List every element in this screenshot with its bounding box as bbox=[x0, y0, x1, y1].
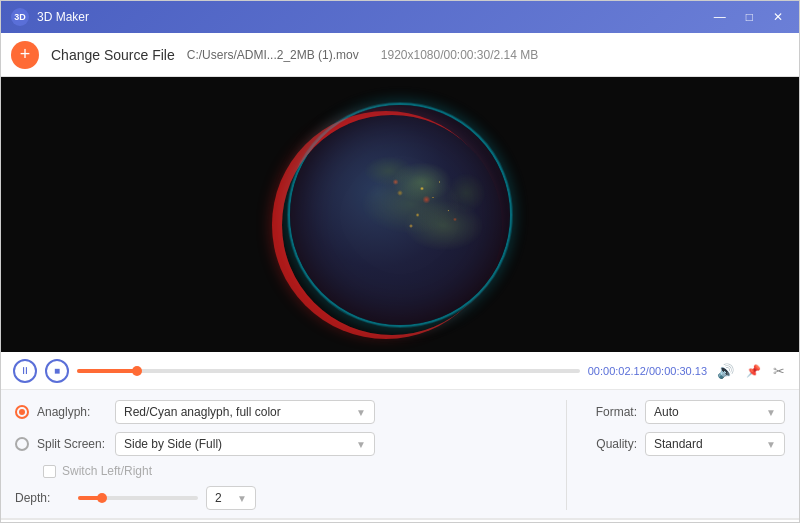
save-bar: Save to: C:\Aiseesoft Studio\Ais...erter… bbox=[1, 519, 799, 523]
anaglyph-row: Anaglyph: Red/Cyan anaglyph, full color … bbox=[15, 400, 556, 424]
pause-button[interactable]: ⏸ bbox=[13, 359, 37, 383]
format-label: Format: bbox=[587, 405, 637, 419]
close-button[interactable]: ✕ bbox=[767, 9, 789, 25]
time-display: 00:00:02.12/00:00:30.13 bbox=[588, 365, 707, 377]
split-screen-label: Split Screen: bbox=[37, 437, 107, 451]
title-bar: 3D 3D Maker — □ ✕ bbox=[1, 1, 799, 33]
settings-left-col: Anaglyph: Red/Cyan anaglyph, full color … bbox=[15, 400, 556, 510]
anaglyph-select[interactable]: Red/Cyan anaglyph, full color ▼ bbox=[115, 400, 375, 424]
split-screen-select[interactable]: Side by Side (Full) ▼ bbox=[115, 432, 375, 456]
settings-panel: Anaglyph: Red/Cyan anaglyph, full color … bbox=[1, 390, 799, 519]
add-source-button[interactable]: + bbox=[11, 41, 39, 69]
switch-lr-label: Switch Left/Right bbox=[62, 464, 152, 478]
depth-handle bbox=[97, 493, 107, 503]
window-controls: — □ ✕ bbox=[708, 9, 789, 25]
app-title: 3D Maker bbox=[37, 10, 700, 24]
switch-lr-row: Switch Left/Right bbox=[39, 464, 556, 478]
format-select[interactable]: Auto ▼ bbox=[645, 400, 785, 424]
switch-lr-checkbox[interactable] bbox=[43, 465, 56, 478]
format-arrow: ▼ bbox=[766, 407, 776, 418]
earth-atmosphere bbox=[287, 102, 513, 328]
split-screen-value: Side by Side (Full) bbox=[124, 437, 222, 451]
stop-button[interactable]: ■ bbox=[45, 359, 69, 383]
toolbar: + Change Source File C:/Users/ADMI...2_2… bbox=[1, 33, 799, 77]
app-icon: 3D bbox=[11, 8, 29, 26]
plus-icon: + bbox=[20, 44, 31, 65]
anaglyph-radio[interactable] bbox=[15, 405, 29, 419]
pause-icon: ⏸ bbox=[20, 365, 30, 376]
scissors-icon[interactable]: ✂ bbox=[771, 361, 787, 381]
depth-value: 2 bbox=[215, 491, 222, 505]
video-content bbox=[290, 105, 510, 325]
depth-progress bbox=[78, 496, 102, 500]
stop-icon: ■ bbox=[54, 365, 60, 376]
settings-columns: Anaglyph: Red/Cyan anaglyph, full color … bbox=[15, 400, 785, 510]
switch-lr-checkbox-area: Switch Left/Right bbox=[43, 464, 152, 478]
split-screen-arrow: ▼ bbox=[356, 439, 366, 450]
depth-arrow: ▼ bbox=[237, 493, 247, 504]
format-value: Auto bbox=[654, 405, 679, 419]
maximize-button[interactable]: □ bbox=[740, 9, 759, 25]
file-meta: 1920x1080/00:00:30/2.14 MB bbox=[381, 48, 538, 62]
depth-label: Depth: bbox=[15, 491, 70, 505]
quality-value: Standard bbox=[654, 437, 703, 451]
minimize-button[interactable]: — bbox=[708, 9, 732, 25]
depth-row: Depth: 2 ▼ bbox=[15, 486, 556, 510]
anaglyph-arrow: ▼ bbox=[356, 407, 366, 418]
depth-slider-container bbox=[78, 496, 198, 500]
split-screen-row: Split Screen: Side by Side (Full) ▼ bbox=[15, 432, 556, 456]
volume-icon[interactable]: 🔊 bbox=[715, 361, 736, 381]
format-row: Format: Auto ▼ bbox=[587, 400, 785, 424]
quality-row: Quality: Standard ▼ bbox=[587, 432, 785, 456]
quality-select[interactable]: Standard ▼ bbox=[645, 432, 785, 456]
depth-value-select[interactable]: 2 ▼ bbox=[206, 486, 256, 510]
playback-bar: ⏸ ■ 00:00:02.12/00:00:30.13 🔊 📌 ✂ bbox=[1, 352, 799, 390]
anaglyph-label: Anaglyph: bbox=[37, 405, 107, 419]
depth-slider[interactable] bbox=[78, 496, 198, 500]
anaglyph-value: Red/Cyan anaglyph, full color bbox=[124, 405, 281, 419]
seek-handle bbox=[132, 366, 142, 376]
video-preview bbox=[1, 77, 799, 352]
seek-bar[interactable] bbox=[77, 369, 580, 373]
settings-right-col: Format: Auto ▼ Quality: Standard ▼ bbox=[566, 400, 785, 510]
quality-arrow: ▼ bbox=[766, 439, 776, 450]
change-source-label: Change Source File bbox=[51, 47, 175, 63]
quality-label: Quality: bbox=[587, 437, 637, 451]
split-screen-radio[interactable] bbox=[15, 437, 29, 451]
file-name: C:/Users/ADMI...2_2MB (1).mov bbox=[187, 48, 359, 62]
seek-progress bbox=[77, 369, 137, 373]
pin-icon[interactable]: 📌 bbox=[744, 362, 763, 380]
